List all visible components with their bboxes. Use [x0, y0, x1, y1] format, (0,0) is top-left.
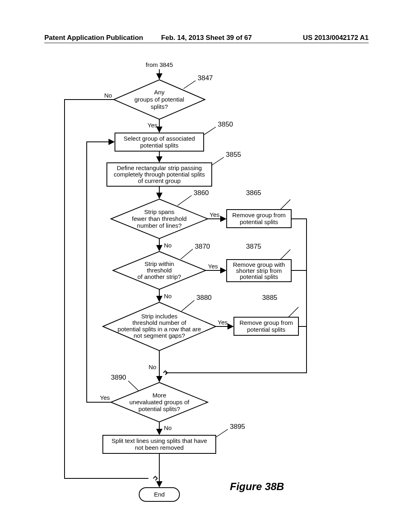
svg-text:potential splits: potential splits — [140, 142, 178, 149]
edge-3870-yes: Yes — [208, 263, 218, 270]
svg-text:Define rectangular strip passi: Define rectangular strip passing — [117, 164, 202, 171]
svg-text:splits?: splits? — [151, 103, 168, 110]
ref-line-3895 — [216, 429, 228, 437]
ref-3847: 3847 — [198, 74, 213, 82]
svg-text:Select group of associated: Select group of associated — [124, 135, 195, 142]
ref-3885: 3885 — [262, 294, 277, 301]
route-3847-no-to-end — [65, 100, 148, 478]
ref-3880: 3880 — [196, 294, 212, 301]
edge-3860-no: No — [164, 242, 171, 249]
svg-text:potential splits in a row that: potential splits in a row that are — [118, 326, 201, 332]
page-header: Patent Application Publication Feb. 14, … — [44, 34, 369, 42]
merge2-arrowhead-tick — [153, 476, 157, 480]
ref-line-3875 — [280, 249, 290, 260]
edge-3890-no: No — [164, 424, 171, 431]
route-3865-merge — [165, 219, 307, 373]
svg-text:End: End — [154, 491, 165, 498]
header-left: Patent Application Publication — [44, 34, 143, 42]
svg-text:not segment gaps?: not segment gaps? — [133, 332, 185, 339]
flowchart: from 3845 Any groups of potential splits… — [48, 60, 355, 508]
edge-3870-no: No — [164, 293, 171, 299]
header-right: US 2013/0042172 A1 — [303, 34, 369, 42]
svg-text:potential splits: potential splits — [247, 326, 285, 333]
ref-3875: 3875 — [246, 243, 261, 250]
ref-3870: 3870 — [195, 243, 210, 250]
svg-text:Strip within: Strip within — [144, 260, 174, 267]
from-label: from 3845 — [146, 61, 173, 68]
svg-text:not been removed: not been removed — [135, 444, 184, 451]
svg-text:unevaluated groups of: unevaluated groups of — [129, 399, 190, 405]
ref-3895: 3895 — [230, 423, 245, 430]
figure-title: Figure 38B — [230, 480, 284, 493]
svg-text:Remove group from: Remove group from — [240, 319, 293, 326]
svg-text:potential splits: potential splits — [240, 218, 278, 225]
svg-text:of current group: of current group — [138, 177, 181, 184]
ref-line-3860 — [177, 195, 192, 206]
svg-text:Strip includes: Strip includes — [141, 313, 177, 320]
edge-3847-no: No — [104, 92, 112, 99]
ref-line-3850 — [204, 127, 216, 135]
svg-text:number of lines?: number of lines? — [137, 222, 182, 229]
svg-text:of another strip?: of another strip? — [138, 273, 181, 280]
ref-line-3885 — [288, 307, 298, 317]
svg-text:threshold: threshold — [147, 267, 172, 274]
ref-line-3847 — [184, 81, 196, 89]
svg-text:fewer than threshold: fewer than threshold — [132, 215, 187, 222]
ref-line-3870 — [181, 249, 193, 259]
svg-text:Strip spans: Strip spans — [144, 208, 174, 215]
svg-text:Split text lines using splits : Split text lines using splits that have — [112, 437, 207, 444]
svg-text:potential splits?: potential splits? — [138, 405, 180, 412]
edge-3880-yes: Yes — [218, 319, 227, 326]
ref-3865: 3865 — [246, 189, 261, 197]
svg-text:groups of potential: groups of potential — [134, 96, 184, 103]
edge-3880-no: No — [148, 364, 156, 370]
header-rule — [44, 43, 369, 43]
edge-3847-yes: Yes — [148, 122, 157, 129]
ref-line-3855 — [212, 157, 224, 165]
edge-3860-yes: Yes — [210, 211, 219, 218]
ref-3855: 3855 — [226, 151, 241, 158]
header-center: Feb. 14, 2013 Sheet 39 of 67 — [161, 34, 252, 42]
svg-text:potential splits: potential splits — [240, 273, 278, 280]
svg-text:Any: Any — [154, 89, 165, 96]
ref-3890: 3890 — [111, 374, 126, 381]
ref-3860: 3860 — [194, 189, 209, 197]
ref-line-3880 — [181, 300, 194, 311]
ref-line-3890 — [128, 381, 139, 391]
svg-text:completely through potential s: completely through potential splits — [114, 171, 205, 178]
ref-3850: 3850 — [218, 121, 233, 128]
svg-text:More: More — [152, 392, 166, 399]
svg-text:Remove group from: Remove group from — [232, 212, 286, 218]
svg-text:threshold number of: threshold number of — [132, 319, 186, 326]
ref-line-3865 — [280, 200, 290, 210]
edge-3890-yes: Yes — [100, 394, 110, 401]
